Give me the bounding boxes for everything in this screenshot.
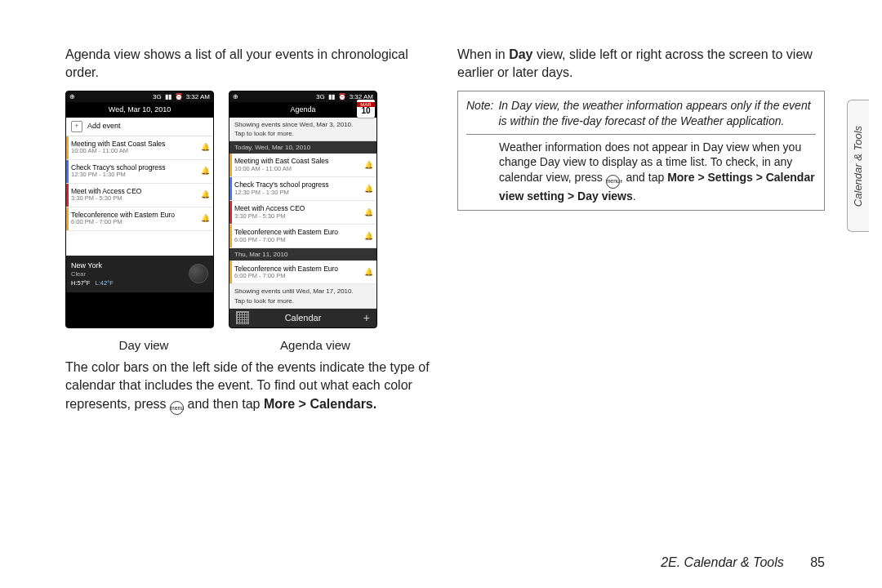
weather-cond: Clear [71, 270, 114, 279]
calendar-color-stripe [229, 261, 232, 283]
color-bar-paragraph: The color bars on the left side of the e… [65, 359, 433, 415]
page-footer: 2E. Calendar & Tools 85 [661, 555, 825, 570]
day-view-caption: Day view [65, 333, 222, 354]
event-time: 3:30 PM - 5:30 PM [71, 195, 198, 202]
event-time: 12:30 PM - 1:30 PM [71, 172, 198, 178]
add-event-label: Add event [87, 121, 121, 131]
network-icon: 3G [153, 92, 162, 101]
appbar-title: Calendar [285, 312, 322, 324]
menu-button-icon: menu [606, 175, 620, 189]
caption-row: Day view Agenda view [65, 333, 433, 354]
status-bar: ⊕ 3G ▮▮ ⏰ 3:32 AM [229, 91, 376, 102]
event-row[interactable]: Teleconference with Eastern Euro6:00 PM … [229, 225, 376, 248]
note-divider [466, 134, 816, 135]
weather-card[interactable]: New York Clear H:57°F L:42°F [66, 256, 213, 293]
moon-icon [189, 264, 208, 283]
date-bar: Wed, Mar 10, 2010 [66, 102, 213, 118]
bell-icon: 🔔 [201, 142, 210, 153]
note2-text-b: , and tap [620, 171, 667, 184]
agenda-title: Agenda [290, 105, 315, 114]
calendar-color-stripe [229, 154, 232, 176]
app-bar: Calendar + [229, 309, 376, 327]
event-row[interactable]: Meeting with East Coast Sales 10:00 AM -… [66, 136, 213, 160]
signal-icon: ▮▮ [165, 92, 172, 101]
calendar-color-stripe [66, 207, 69, 230]
menu-button-icon: menu [170, 401, 184, 415]
bell-icon: 🔔 [364, 207, 373, 218]
event-row[interactable]: Teleconference with Eastern Euro6:00 PM … [229, 261, 376, 284]
status-left-icon: ⊕ [233, 92, 238, 101]
load-earlier-hint[interactable]: Showing events since Wed, Mar 3, 2010. T… [229, 118, 376, 141]
calendar-color-stripe [229, 201, 232, 224]
day-view-screenshot: ⊕ 3G ▮▮ ⏰ 3:32 AM Wed, Mar 10, 2010 + Ad… [65, 91, 214, 328]
alarm-icon: ⏰ [175, 92, 183, 101]
section-tab-label: Calendar & Tools [853, 125, 865, 206]
add-icon[interactable]: + [363, 310, 370, 327]
event-time: 3:30 PM - 5:30 PM [234, 213, 361, 220]
more-calendars-path: More > Calendars. [264, 397, 376, 411]
day-word: Day [509, 47, 532, 61]
plus-icon: + [71, 121, 82, 132]
bell-icon: 🔔 [364, 184, 373, 194]
calendar-color-stripe [66, 160, 69, 183]
signal-icon: ▮▮ [328, 92, 335, 101]
agenda-view-screenshot: ⊕ 3G ▮▮ ⏰ 3:32 AM Agenda MAR 10 [229, 91, 377, 328]
event-time: 12:30 PM - 1:30 PM [234, 189, 361, 196]
bell-icon: 🔔 [201, 213, 210, 224]
add-event-button[interactable]: + Add event [66, 118, 213, 136]
left-column: Agenda view shows a list of all your eve… [65, 41, 433, 423]
calendar-color-stripe [229, 177, 232, 200]
calendar-color-stripe [66, 184, 69, 207]
badge-day: 10 [361, 107, 370, 115]
calendar-color-stripe [66, 136, 69, 159]
alarm-icon: ⏰ [338, 92, 346, 101]
network-icon: 3G [316, 92, 325, 101]
slide-paragraph: When in Day view, slide left or right ac… [457, 46, 825, 82]
bell-icon: 🔔 [201, 166, 210, 176]
footer-section: 2E. Calendar & Tools [661, 555, 784, 569]
note-box: Note: In Day view, the weather informati… [457, 91, 825, 212]
event-row[interactable]: Meet with Access CEO 3:30 PM - 5:30 PM 🔔 [66, 184, 213, 207]
agenda-view-caption: Agenda view [237, 333, 394, 354]
weather-city: New York [71, 261, 114, 271]
event-time: 10:00 AM - 11:00 AM [71, 148, 198, 154]
status-time: 3:32 AM [186, 92, 210, 101]
bell-icon: 🔔 [201, 189, 210, 200]
date-subheader: Today, Wed, Mar 10, 2010 [229, 141, 376, 154]
event-time: 6:00 PM - 7:00 PM [71, 219, 198, 225]
event-time: 6:00 PM - 7:00 PM [234, 237, 361, 243]
section-tab: Calendar & Tools [847, 100, 869, 232]
calendar-color-stripe [229, 225, 232, 247]
event-time: 6:00 PM - 7:00 PM [234, 273, 361, 279]
event-row[interactable]: Meeting with East Coast Sales10:00 AM - … [229, 154, 376, 177]
bell-icon: 🔔 [364, 231, 373, 242]
event-row[interactable]: Teleconference with Eastern Euro 6:00 PM… [66, 207, 213, 231]
load-later-hint[interactable]: Showing events until Wed, Mar 17, 2010. … [229, 284, 376, 308]
right-column: When in Day view, slide left or right ac… [457, 41, 825, 423]
page-number: 85 [810, 555, 825, 569]
note-label: Note: [466, 99, 493, 112]
note1-text: In Day view, the weather information app… [498, 99, 810, 127]
event-row[interactable]: Check Tracy's school progress 12:30 PM -… [66, 160, 213, 184]
agenda-title-bar: Agenda MAR 10 [229, 102, 376, 118]
weather-lo: L:42°F [96, 279, 114, 287]
calendar-grid-icon[interactable] [236, 311, 249, 324]
date-subheader: Thu, Mar 11, 2010 [229, 248, 376, 261]
weather-hi: H:57°F [71, 279, 90, 287]
screenshots-row: ⊕ 3G ▮▮ ⏰ 3:32 AM Wed, Mar 10, 2010 + Ad… [65, 91, 433, 328]
intro-paragraph: Agenda view shows a list of all your eve… [65, 46, 433, 82]
bell-icon: 🔔 [364, 160, 373, 171]
event-time: 10:00 AM - 11:00 AM [234, 166, 361, 172]
status-bar: ⊕ 3G ▮▮ ⏰ 3:32 AM [66, 91, 213, 102]
event-row[interactable]: Check Tracy's school progress12:30 PM - … [229, 177, 376, 201]
calendar-date-badge: MAR 10 [357, 100, 375, 118]
status-left-icon: ⊕ [69, 92, 75, 101]
bell-icon: 🔔 [364, 267, 373, 278]
event-row[interactable]: Meet with Access CEO3:30 PM - 5:30 PM🔔 [229, 201, 376, 225]
